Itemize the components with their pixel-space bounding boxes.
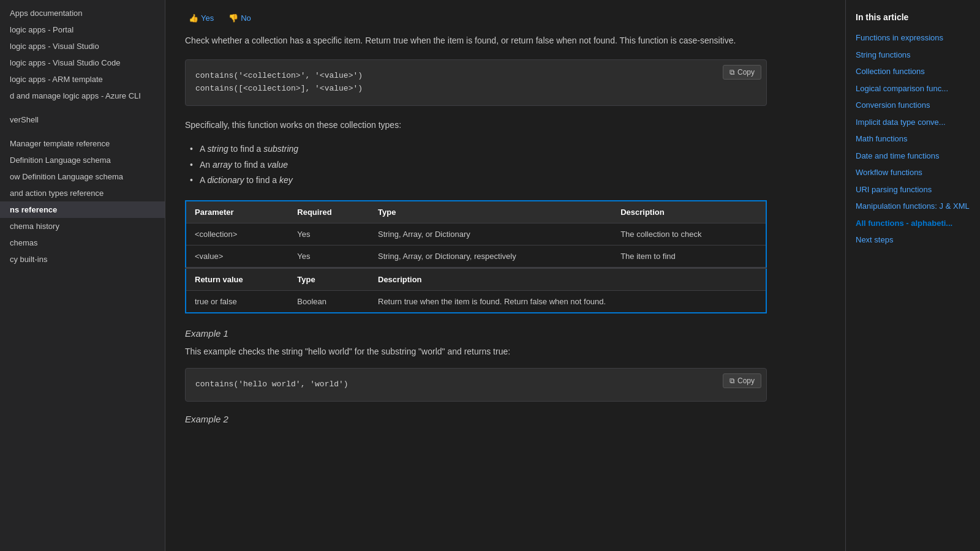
main-content: 👍 Yes 👎 No Check whether a collection ha… — [165, 0, 845, 551]
bullet-item-string: A string to find a substring — [200, 141, 767, 157]
sidebar-item-def-lang[interactable]: Definition Language schema — [0, 152, 165, 168]
toc-item-string[interactable]: String functions — [856, 47, 970, 64]
sidebar-item-logic-vscode[interactable]: logic apps - Visual Studio Code — [0, 54, 165, 71]
copy-label: Copy — [737, 68, 755, 77]
table-row: <collection> Yes String, Array, or Dicti… — [186, 223, 766, 245]
code-syntax: contains('<collection>', '<value>') cont… — [186, 60, 766, 105]
sidebar-item-schema-hist[interactable]: chema history — [0, 218, 165, 234]
toc-item-logical[interactable]: Logical comparison func... — [856, 80, 970, 97]
toc-item-math[interactable]: Math functions — [856, 130, 970, 148]
toc-item-fns-expr[interactable]: Functions in expressions — [856, 29, 970, 47]
toc-item-manipulation[interactable]: Manipulation functions: J & XML — [856, 198, 970, 215]
feedback-no-button[interactable]: 👎 No — [225, 12, 255, 24]
cell-param-collection: <collection> — [186, 223, 288, 245]
toc-item-uri[interactable]: URI parsing functions — [856, 181, 970, 198]
feedback-row: 👍 Yes 👎 No — [185, 12, 767, 24]
copy-button-syntax[interactable]: Copy — [723, 65, 761, 80]
thumbs-down-icon: 👎 — [228, 13, 238, 23]
col-header-required: Required — [288, 201, 369, 223]
sidebar: Apps documentation logic apps - Portal l… — [0, 0, 165, 551]
sidebar-item-schemas[interactable]: chemas — [0, 234, 165, 251]
example1-text: This example checks the string "hello wo… — [185, 345, 767, 358]
feedback-yes-button[interactable]: 👍 Yes — [185, 12, 217, 24]
col-return-type: Type — [288, 268, 369, 291]
collection-types-text: Specifically, this function works on the… — [185, 118, 767, 132]
sidebar-item-powershell[interactable]: verShell — [0, 111, 165, 128]
sidebar-item-action-types[interactable]: and action types reference — [0, 185, 165, 201]
table-row: <value> Yes String, Array, or Dictionary… — [186, 245, 766, 267]
intro-text: Check whether a collection has a specifi… — [185, 34, 767, 47]
col-header-description: Description — [612, 201, 766, 223]
copy-button-example1[interactable]: Copy — [723, 373, 761, 388]
copy-label-ex1: Copy — [737, 377, 755, 385]
col-header-type: Type — [369, 201, 612, 223]
sidebar-item-workflow-lang[interactable]: ow Definition Language schema — [0, 168, 165, 185]
toc-title: In this article — [856, 12, 970, 22]
copy-icon — [729, 68, 735, 77]
return-header-row: Return value Type Description — [186, 268, 766, 291]
col-return-desc: Description — [369, 268, 766, 291]
sidebar-item-policy[interactable]: cy built-ins — [0, 251, 165, 268]
parameters-table: Parameter Required Type Description <col… — [185, 200, 767, 313]
sidebar-item-logic-portal[interactable]: logic apps - Portal — [0, 21, 165, 38]
thumbs-up-icon: 👍 — [189, 13, 198, 23]
sidebar-item-logic-vstudio[interactable]: logic apps - Visual Studio — [0, 38, 165, 54]
cell-required-value: Yes — [288, 245, 369, 267]
toc-panel: In this article Functions in expressions… — [845, 0, 980, 551]
sidebar-item-apps-doc[interactable]: Apps documentation — [0, 5, 165, 21]
toc-item-datetime[interactable]: Date and time functions — [856, 148, 970, 165]
feedback-yes-label: Yes — [201, 13, 214, 23]
sidebar-item-logic-arm[interactable]: logic apps - ARM template — [0, 71, 165, 88]
sidebar-item-manager-ref[interactable]: Manager template reference — [0, 135, 165, 152]
cell-return-desc: Return true when the item is found. Retu… — [369, 290, 766, 313]
cell-desc-collection: The collection to check — [612, 223, 766, 245]
code-block-example1: contains('hello world', 'world') Copy — [185, 368, 767, 402]
cell-return-val: true or false — [186, 290, 288, 313]
toc-item-all[interactable]: All functions - alphabeti... — [856, 215, 970, 232]
toc-item-collection[interactable]: Collection functions — [856, 63, 970, 80]
table-row: true or false Boolean Return true when t… — [186, 290, 766, 313]
code-example1: contains('hello world', 'world') — [186, 369, 766, 401]
toc-item-implicit[interactable]: Implicit data type conve... — [856, 114, 970, 131]
bullet-item-dictionary: A dictionary to find a key — [200, 173, 767, 188]
example2-heading: Example 2 — [185, 414, 767, 424]
toc-item-workflow[interactable]: Workflow functions — [856, 164, 970, 181]
bullet-item-array: An array to find a value — [200, 157, 767, 173]
cell-type-collection: String, Array, or Dictionary — [369, 223, 612, 245]
table-header-row: Parameter Required Type Description — [186, 201, 766, 223]
col-return-value: Return value — [186, 268, 288, 291]
feedback-no-label: No — [241, 13, 251, 23]
sidebar-item-fns-ref[interactable]: ns reference — [0, 201, 165, 218]
cell-param-value: <value> — [186, 245, 288, 267]
copy-icon-ex1 — [729, 377, 735, 385]
sidebar-item-logic-cli[interactable]: d and manage logic apps - Azure CLI — [0, 88, 165, 104]
collection-types-list: A string to find a substring An array to… — [200, 141, 767, 188]
example1-heading: Example 1 — [185, 328, 767, 339]
toc-item-next[interactable]: Next steps — [856, 231, 970, 249]
col-header-parameter: Parameter — [186, 201, 288, 223]
toc-item-conversion[interactable]: Conversion functions — [856, 97, 970, 114]
cell-desc-value: The item to find — [612, 245, 766, 267]
cell-required-collection: Yes — [288, 223, 369, 245]
code-block-syntax: contains('<collection>', '<value>') cont… — [185, 59, 767, 106]
cell-return-type: Boolean — [288, 290, 369, 313]
cell-type-value: String, Array, or Dictionary, respective… — [369, 245, 612, 267]
